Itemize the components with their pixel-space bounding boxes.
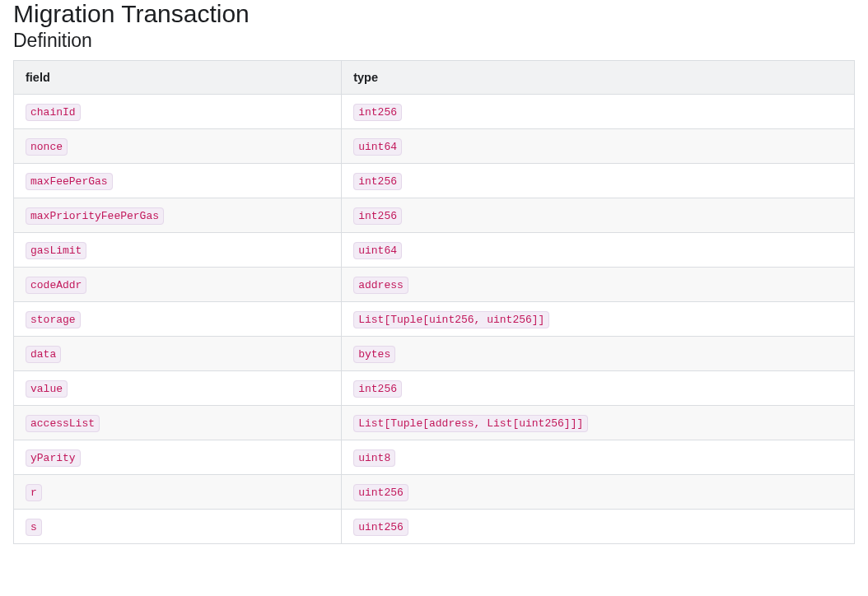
table-row: maxPriorityFeePerGas int256: [14, 198, 855, 233]
field-cell: gasLimit: [14, 233, 342, 268]
type-code: uint256: [353, 484, 408, 501]
type-cell: int256: [342, 95, 855, 129]
type-cell: uint256: [342, 475, 855, 510]
field-cell: maxFeePerGas: [14, 164, 342, 198]
field-cell: nonce: [14, 129, 342, 164]
table-row: data bytes: [14, 337, 855, 371]
table-row: maxFeePerGas int256: [14, 164, 855, 198]
type-code: int256: [353, 380, 402, 398]
table-row: gasLimit uint64: [14, 233, 855, 268]
field-cell: yParity: [14, 440, 342, 475]
type-cell: uint64: [342, 129, 855, 164]
field-code: maxPriorityFeePerGas: [26, 207, 164, 225]
field-cell: value: [14, 371, 342, 406]
field-cell: storage: [14, 302, 342, 337]
table-header-type: type: [342, 61, 855, 95]
table-row: r uint256: [14, 475, 855, 510]
type-cell: List[Tuple[address, List[uint256]]]: [342, 406, 855, 440]
type-cell: uint8: [342, 440, 855, 475]
type-code: uint64: [353, 242, 402, 259]
table-row: accessList List[Tuple[address, List[uint…: [14, 406, 855, 440]
table-row: storage List[Tuple[uint256, uint256]]: [14, 302, 855, 337]
table-row: nonce uint64: [14, 129, 855, 164]
type-code: uint8: [353, 449, 395, 467]
type-code: int256: [353, 173, 402, 190]
field-cell: codeAddr: [14, 268, 342, 302]
field-code: s: [26, 519, 42, 536]
field-cell: chainId: [14, 95, 342, 129]
type-cell: address: [342, 268, 855, 302]
field-code: yParity: [26, 449, 81, 467]
table-row: value int256: [14, 371, 855, 406]
field-code: maxFeePerGas: [26, 173, 113, 190]
type-cell: uint256: [342, 510, 855, 544]
field-code: value: [26, 380, 68, 398]
field-code: chainId: [26, 104, 81, 121]
table-row: s uint256: [14, 510, 855, 544]
field-cell: s: [14, 510, 342, 544]
type-cell: int256: [342, 371, 855, 406]
field-code: r: [26, 484, 42, 501]
table-row: yParity uint8: [14, 440, 855, 475]
field-cell: accessList: [14, 406, 342, 440]
type-code: List[Tuple[address, List[uint256]]]: [353, 415, 588, 432]
type-cell: int256: [342, 198, 855, 233]
field-code: data: [26, 346, 61, 363]
field-code: gasLimit: [26, 242, 86, 259]
type-code: bytes: [353, 346, 395, 363]
field-code: codeAddr: [26, 277, 86, 294]
field-code: storage: [26, 311, 81, 328]
type-code: int256: [353, 207, 402, 225]
type-code: uint256: [353, 519, 408, 536]
type-code: List[Tuple[uint256, uint256]]: [353, 311, 549, 328]
field-code: nonce: [26, 138, 68, 156]
field-cell: data: [14, 337, 342, 371]
definition-table: field type chainId int256 nonce uint64 m…: [13, 60, 855, 544]
type-cell: int256: [342, 164, 855, 198]
table-header-field: field: [14, 61, 342, 95]
page-title: Migration Transaction: [13, 0, 855, 28]
field-cell: r: [14, 475, 342, 510]
type-cell: List[Tuple[uint256, uint256]]: [342, 302, 855, 337]
type-code: address: [353, 277, 408, 294]
field-code: accessList: [26, 415, 100, 432]
field-cell: maxPriorityFeePerGas: [14, 198, 342, 233]
type-code: int256: [353, 104, 402, 121]
type-code: uint64: [353, 138, 402, 156]
type-cell: bytes: [342, 337, 855, 371]
table-row: chainId int256: [14, 95, 855, 129]
table-row: codeAddr address: [14, 268, 855, 302]
table-header-row: field type: [14, 61, 855, 95]
section-heading: Definition: [13, 30, 855, 52]
type-cell: uint64: [342, 233, 855, 268]
